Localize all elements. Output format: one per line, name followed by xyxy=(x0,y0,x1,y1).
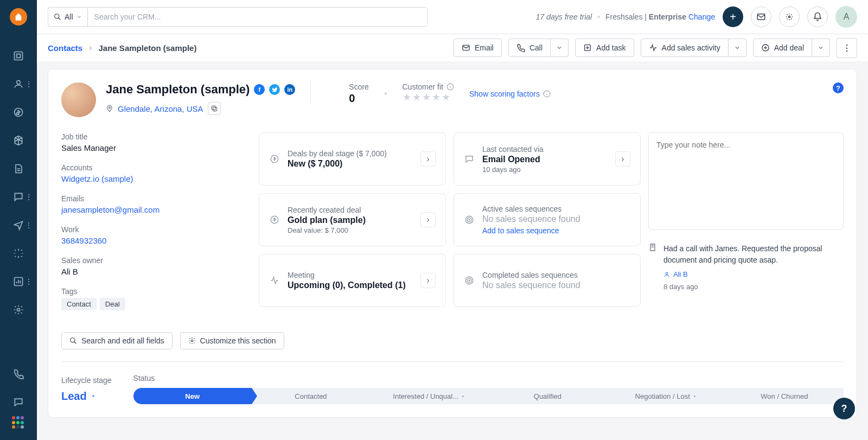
stage-qualified[interactable]: Qualified xyxy=(488,388,607,404)
svg-point-23 xyxy=(469,280,470,281)
score-value: 0 xyxy=(349,92,369,105)
quick-add-button[interactable]: + xyxy=(723,7,743,27)
linkedin-icon[interactable]: in xyxy=(284,84,295,95)
chevron-right-icon[interactable]: › xyxy=(420,212,436,227)
call-dropdown[interactable] xyxy=(551,39,569,57)
breadcrumb-current: Jane Sampleton (sample) xyxy=(99,43,197,53)
svg-point-4 xyxy=(17,309,20,311)
email-button[interactable]: Email xyxy=(454,39,502,57)
note-input[interactable] xyxy=(648,132,844,230)
lifecycle-stage-dropdown[interactable]: Lead xyxy=(61,390,112,403)
call-button[interactable]: Call xyxy=(508,39,551,57)
active-sequences-card: Active sales sequencesNo sales sequence … xyxy=(454,193,641,246)
location-link[interactable]: Glendale, Arizona, USA xyxy=(118,104,203,113)
note-author[interactable]: Ali B xyxy=(673,270,688,278)
nav-activity-icon[interactable] xyxy=(9,244,28,263)
nav-campaigns-icon[interactable]: ⋮ xyxy=(9,215,28,235)
svg-point-25 xyxy=(71,338,75,342)
scoring-factors-link[interactable]: Show scoring factors xyxy=(469,82,551,105)
chevron-right-icon[interactable]: › xyxy=(420,151,436,167)
deals-card[interactable]: Deals by deal stage ($ 7,000)New ($ 7,00… xyxy=(259,132,446,186)
job-title-value: Sales Manager xyxy=(61,143,251,152)
note-icon xyxy=(648,243,657,291)
announcements-icon[interactable] xyxy=(779,7,800,27)
info-icon[interactable] xyxy=(446,83,454,91)
trial-days: 17 days free trial xyxy=(536,12,592,21)
help-icon[interactable]: ? xyxy=(833,82,844,93)
dollar-icon xyxy=(269,154,280,164)
facebook-icon[interactable]: f xyxy=(254,84,265,95)
chat-icon xyxy=(464,154,475,164)
stage-interested[interactable]: Interested / Unqual... xyxy=(370,388,488,404)
note-text: Had a call with James. Requested the pro… xyxy=(663,243,844,266)
work-value[interactable]: 3684932360 xyxy=(61,236,251,245)
add-task-button[interactable]: Add task xyxy=(575,39,634,57)
nav-chat-icon[interactable]: ⋮ xyxy=(9,187,28,207)
completed-sequences-card: Completed sales sequencesNo sales sequen… xyxy=(454,254,641,307)
nav-products-icon[interactable] xyxy=(9,131,28,150)
trial-info: 17 days free trial • Freshsales | Enterp… xyxy=(536,12,715,21)
search-scope-label: All xyxy=(65,12,73,21)
app-logo[interactable] xyxy=(10,8,27,25)
nav-reports-icon[interactable]: ⋮ xyxy=(9,272,28,291)
score-label: Score xyxy=(349,82,369,91)
nav-dashboard-icon[interactable] xyxy=(9,46,28,66)
recent-deal-card[interactable]: Recently created dealGold plan (sample)D… xyxy=(259,193,446,246)
status-pipeline: New Contacted Interested / Unqual... Qua… xyxy=(133,388,844,404)
chevron-right-icon[interactable]: › xyxy=(615,151,630,167)
last-contacted-card[interactable]: Last contacted viaEmail Opened10 days ag… xyxy=(454,132,641,186)
search-edit-fields-button[interactable]: Search and edit all fields xyxy=(61,332,173,349)
floating-help-button[interactable]: ? xyxy=(833,398,855,419)
meeting-card[interactable]: MeetingUpcoming (0), Completed (1) › xyxy=(259,254,446,307)
nav-settings-icon[interactable] xyxy=(9,300,28,320)
target-icon xyxy=(464,215,475,225)
note-time: 8 days ago xyxy=(663,283,844,291)
stage-negotiation[interactable]: Negotiation / Lost xyxy=(607,388,725,404)
copy-location-button[interactable] xyxy=(208,102,221,115)
owner-value: Ali B xyxy=(61,267,251,276)
tag-contact[interactable]: Contact xyxy=(61,298,97,310)
twitter-icon[interactable] xyxy=(269,84,280,95)
nav-deals-icon[interactable] xyxy=(9,103,28,122)
customize-section-button[interactable]: Customize this section xyxy=(180,332,284,349)
nav-message-icon[interactable] xyxy=(9,392,28,412)
info-icon xyxy=(543,90,551,98)
search-group: All xyxy=(48,7,427,27)
notifications-icon[interactable] xyxy=(807,7,828,27)
add-activity-dropdown[interactable] xyxy=(729,39,746,57)
accounts-label: Accounts xyxy=(61,163,251,172)
svg-point-11 xyxy=(109,107,111,109)
more-actions-button[interactable]: ⋮ xyxy=(837,38,857,58)
mail-icon[interactable] xyxy=(751,7,771,27)
user-avatar[interactable]: A xyxy=(835,6,857,28)
status-label: Status xyxy=(133,374,844,382)
dollar-icon xyxy=(269,215,280,225)
add-activity-button[interactable]: Add sales activity xyxy=(641,39,729,57)
contact-avatar xyxy=(61,82,96,117)
nav-documents-icon[interactable] xyxy=(9,159,28,178)
stage-new[interactable]: New xyxy=(133,388,252,404)
lifecycle-stage-label: Lifecycle stage xyxy=(61,376,112,385)
svg-rect-12 xyxy=(213,107,216,111)
add-deal-dropdown[interactable] xyxy=(812,39,830,57)
app-switcher-icon[interactable] xyxy=(12,416,25,429)
add-deal-button[interactable]: Add deal xyxy=(753,39,812,57)
emails-value[interactable]: janesampleton@gmail.com xyxy=(61,205,251,214)
nav-phone-icon[interactable] xyxy=(9,364,28,384)
nav-contacts-icon[interactable]: ⋮ xyxy=(9,74,28,94)
tags-label: Tags xyxy=(61,287,251,296)
breadcrumb-root[interactable]: Contacts xyxy=(48,43,82,53)
change-plan-link[interactable]: Change xyxy=(688,12,715,21)
chevron-right-icon[interactable]: › xyxy=(420,273,436,288)
target-icon xyxy=(464,276,475,285)
tag-deal[interactable]: Deal xyxy=(100,298,125,310)
svg-point-24 xyxy=(666,272,668,275)
svg-rect-0 xyxy=(15,52,23,60)
user-icon xyxy=(663,271,670,278)
accounts-value[interactable]: Widgetz.io (sample) xyxy=(61,174,251,183)
search-scope-dropdown[interactable]: All xyxy=(48,8,88,26)
search-input[interactable] xyxy=(88,8,427,26)
stage-contacted[interactable]: Contacted xyxy=(252,388,370,404)
add-sequence-link[interactable]: Add to sales sequence xyxy=(482,226,559,235)
stage-won[interactable]: Won / Churned xyxy=(725,388,844,404)
